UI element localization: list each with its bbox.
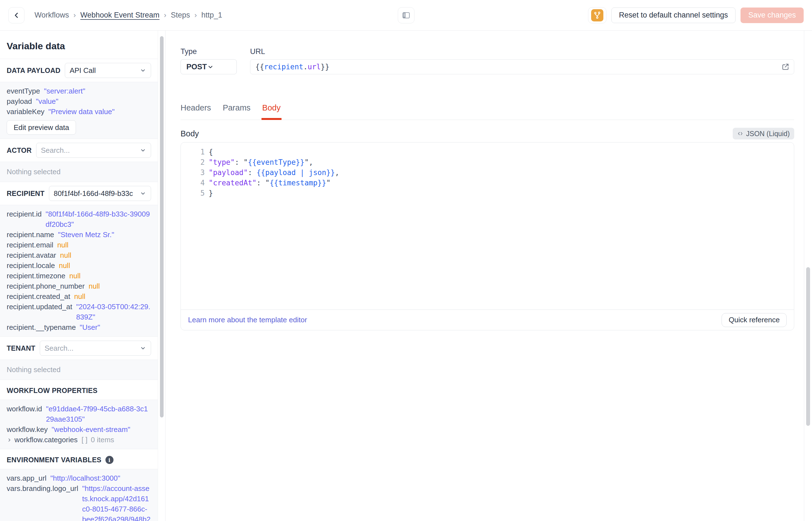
commit-history-button[interactable] bbox=[588, 7, 606, 23]
property-key: payload bbox=[7, 96, 32, 107]
property-row: recipient.phone_numbernull bbox=[7, 281, 151, 291]
save-changes-button[interactable]: Save changes bbox=[741, 7, 804, 23]
git-branch-icon bbox=[591, 9, 603, 21]
property-row: workflow.key"webhook-event-stream" bbox=[7, 425, 151, 435]
type-group: Type POST bbox=[181, 47, 237, 74]
property-row: recipient.name"Steven Metz Sr." bbox=[7, 230, 151, 240]
property-value: "server:alert" bbox=[44, 86, 86, 96]
code-content: "type": "{{eventType}}", bbox=[209, 157, 313, 167]
template-editor-docs-link[interactable]: Learn more about the template editor bbox=[188, 316, 307, 324]
body-section-title: Body bbox=[181, 129, 199, 138]
actor-placeholder: Search... bbox=[41, 146, 138, 155]
tab-params[interactable]: Params bbox=[223, 103, 250, 120]
environment-variables-header: ENVIRONMENT VARIABLES i bbox=[0, 449, 158, 469]
data-payload-select[interactable]: API Call bbox=[65, 63, 151, 78]
code-token: " bbox=[326, 179, 331, 187]
code-editor[interactable]: 1{2"type": "{{eventType}}",3"payload": {… bbox=[181, 142, 794, 310]
tenant-select[interactable]: Search... bbox=[40, 341, 151, 356]
property-key: vars.branding.logo_url bbox=[7, 483, 78, 494]
tenant-empty-state: Nothing selected bbox=[0, 360, 158, 380]
property-value: "value" bbox=[36, 96, 58, 107]
property-key: recipient.locale bbox=[7, 260, 55, 271]
property-value: "Preview data value" bbox=[48, 107, 115, 117]
method-select[interactable]: POST bbox=[181, 59, 237, 74]
property-meta: 0 items bbox=[91, 435, 114, 445]
line-number: 5 bbox=[181, 188, 205, 199]
main-scrollbar-track[interactable] bbox=[804, 30, 812, 521]
property-value: null bbox=[89, 281, 100, 291]
actor-select[interactable]: Search... bbox=[36, 143, 151, 158]
code-token: : bbox=[248, 168, 257, 177]
recipient-select[interactable]: 80f1f4bf-166d-48f9-b33c bbox=[49, 186, 151, 201]
sidebar-toggle-button[interactable] bbox=[398, 7, 414, 23]
breadcrumb-separator: › bbox=[194, 11, 197, 20]
property-key: workflow.key bbox=[7, 425, 48, 435]
code-token: } bbox=[209, 189, 213, 197]
body-section-header: Body JSON (Liquid) bbox=[181, 128, 794, 139]
property-value: null bbox=[74, 291, 85, 302]
app-root: Workflows›Webhook Event Stream›Steps›htt… bbox=[0, 0, 812, 521]
code-line: 2"type": "{{eventType}}", bbox=[181, 157, 794, 167]
back-button[interactable] bbox=[8, 7, 24, 23]
line-number: 2 bbox=[181, 157, 205, 167]
method-value: POST bbox=[186, 63, 207, 71]
tab-body[interactable]: Body bbox=[262, 103, 281, 120]
code-token: "createdAt" bbox=[209, 179, 257, 187]
recipient-props-list: recipient.id"80f1f4bf-166d-48f9-b33c-390… bbox=[7, 209, 151, 333]
breadcrumb-item-steps: Steps bbox=[171, 11, 190, 20]
line-number: 3 bbox=[181, 167, 205, 178]
property-key: recipient.timezone bbox=[7, 271, 65, 281]
property-row: recipient.created_atnull bbox=[7, 291, 151, 302]
recipient-label: RECIPIENT bbox=[7, 189, 45, 198]
chevron-down-icon bbox=[138, 147, 146, 154]
property-value: "webhook-event-stream" bbox=[51, 425, 130, 435]
payload-props-list: eventType"server:alert"payload"value"var… bbox=[7, 86, 151, 117]
url-input[interactable]: {{recipient.url}} bbox=[250, 59, 794, 74]
code-token: {{eventType}} bbox=[248, 158, 305, 166]
property-row: recipient.updated_at"2024-03-05T00:42:29… bbox=[7, 302, 151, 322]
environment-variables-panel: vars.app_url"http://localhost:3000"vars.… bbox=[0, 469, 158, 521]
property-value: "2024-03-05T00:42:29.839Z" bbox=[76, 302, 151, 322]
code-content: { bbox=[209, 147, 213, 157]
breadcrumb-item-webhook-event-stream[interactable]: Webhook Event Stream bbox=[80, 11, 160, 20]
property-value: null bbox=[57, 240, 68, 250]
chevron-down-icon bbox=[138, 190, 146, 197]
property-key: workflow.id bbox=[7, 404, 42, 414]
property-row: variableKey"Preview data value" bbox=[7, 107, 151, 117]
quick-reference-button[interactable]: Quick reference bbox=[722, 313, 787, 327]
property-row: recipient.avatarnull bbox=[7, 250, 151, 260]
body-template-editor: 1{2"type": "{{eventType}}",3"payload": {… bbox=[181, 142, 794, 330]
actor-label: ACTOR bbox=[7, 146, 32, 155]
chevron-down-icon bbox=[138, 67, 146, 74]
request-config-row: Type POST URL {{recipient.url}} bbox=[181, 47, 794, 74]
url-group: URL {{recipient.url}} bbox=[250, 47, 794, 74]
chevron-down-icon bbox=[207, 64, 214, 70]
property-key: variableKey bbox=[7, 107, 45, 117]
code-token: {{payload | json}} bbox=[257, 168, 335, 177]
editor-footer: Learn more about the template editor Qui… bbox=[181, 310, 794, 330]
main-scrollbar-thumb[interactable] bbox=[806, 267, 810, 426]
code-line: 1{ bbox=[181, 147, 794, 157]
tab-headers[interactable]: Headers bbox=[181, 103, 211, 120]
edit-preview-data-button[interactable]: Edit preview data bbox=[7, 120, 76, 135]
property-row: payload"value" bbox=[7, 96, 151, 107]
code-token: url bbox=[308, 63, 321, 71]
workflow-properties-header: WORKFLOW PROPERTIES bbox=[0, 380, 158, 400]
sidebar-scrollbar[interactable] bbox=[160, 36, 164, 417]
variable-data-sidebar: Variable data DATA PAYLOAD API Call even… bbox=[0, 30, 166, 521]
external-link-icon[interactable] bbox=[781, 63, 789, 71]
reset-default-button[interactable]: Reset to default channel settings bbox=[612, 7, 736, 23]
request-editor-main: Type POST URL {{recipient.url}} bbox=[166, 30, 812, 521]
code-token: : " bbox=[257, 179, 269, 187]
property-row[interactable]: workflow.categories[ ]0 items bbox=[7, 435, 151, 445]
request-tabs: HeadersParamsBody bbox=[181, 103, 794, 120]
url-value: {{recipient.url}} bbox=[255, 63, 329, 71]
property-key: recipient.name bbox=[7, 230, 54, 240]
data-payload-value: API Call bbox=[70, 66, 138, 75]
info-icon[interactable]: i bbox=[105, 456, 114, 464]
actor-empty-state: Nothing selected bbox=[0, 162, 158, 182]
property-key: recipient.avatar bbox=[7, 250, 56, 260]
line-number: 4 bbox=[181, 178, 205, 188]
breadcrumb-separator: › bbox=[164, 11, 166, 20]
code-token: , bbox=[335, 168, 339, 177]
